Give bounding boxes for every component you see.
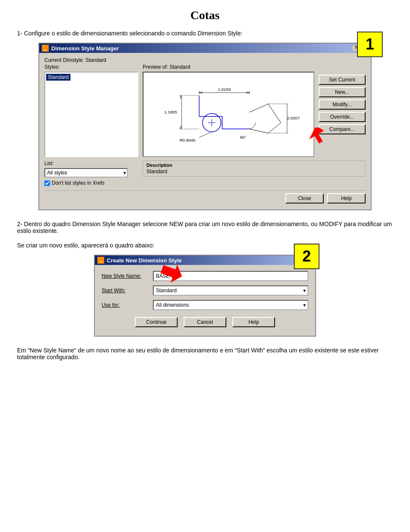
svg-marker-27 [305,128,325,145]
styles-label: Styles: [44,64,138,70]
svg-text:1.1955: 1.1955 [164,110,178,114]
styles-listbox-item[interactable]: Standard [46,74,70,81]
dialog1-main-row: Styles: Standard Preview of: Standard [44,64,366,157]
help-button[interactable]: Help [327,193,366,203]
badge-2: 2 [294,244,319,269]
preview-svg: 1.0159 [144,73,313,156]
create-new-dimension-style-dialog: 2 ⎯ Create New Dimension Style ? ✕ New S… [94,255,316,337]
start-with-wrapper: Standard ▼ [153,285,308,296]
new-style-name-row: New Style Name: [102,271,308,281]
svg-rect-0 [157,73,299,156]
titlebar-icon: ⎯ [42,45,49,52]
use-for-label: Use for: [102,302,153,308]
svg-text:1.0159: 1.0159 [218,87,231,92]
new-style-name-label: New Style Name: [102,273,153,279]
description-title: Description [146,163,362,168]
dialog2-footer: Continue Cancel Help [102,314,308,331]
list-section: List: All styles ▼ Don't list styles in … [44,160,138,186]
continue-button[interactable]: Continue [135,317,178,327]
dont-list-checkbox[interactable] [44,180,50,186]
modify-button[interactable]: Modify... [319,99,366,110]
use-for-wrapper: All dimensions ▼ [153,300,308,310]
page-title: Cotas [17,9,393,22]
current-dimstyle-label: Current Dimstyle: Standard [44,57,366,63]
preview-label: Preview of: Standard [143,64,314,70]
dont-list-row: Don't list styles in Xrefs [44,180,138,186]
footer-text: Em “New Style Name” de um novo nome ao s… [17,347,393,360]
titlebar-left: ⎯ Dimension Style Manager [42,45,119,52]
dialog2-help-button[interactable]: Help [232,317,275,327]
new-button[interactable]: New... [319,87,366,97]
list-select-wrapper: All styles ▼ [44,168,128,177]
close-button[interactable]: Close [285,193,324,203]
dialog1-footer: Close Help [44,190,366,203]
section2-text: 2- Dentro do quadro Dimension Style Mana… [17,221,393,234]
badge-1: 1 [357,32,383,57]
use-for-row: Use for: All dimensions ▼ [102,300,308,310]
start-with-label: Start With: [102,288,153,294]
dialog1-title: Dimension Style Manager [51,45,119,52]
svg-text:2.0207: 2.0207 [287,116,300,120]
red-arrow-1 [304,128,325,146]
section2b-text: Se criar um novo estilo, aparecerá o qua… [17,242,393,249]
intro-text: 1- Configure o estilo de dimensionamento… [17,30,393,37]
start-with-row: Start With: Standard ▼ [102,285,308,296]
description-value: Standard [146,169,362,174]
description-box: Description Standard [143,160,366,177]
preview-box: 1.0159 [143,72,314,157]
set-current-button[interactable]: Set Current [319,75,366,85]
dialog1-body: Current Dimstyle: Standard Styles: Stand… [39,53,371,209]
dialog2-titlebar: ⎯ Create New Dimension Style ? ✕ [95,256,315,265]
styles-panel: Styles: Standard [44,64,138,157]
list-label: List: [44,160,138,166]
dialog1-bottom-row: List: All styles ▼ Don't list styles in … [44,160,366,186]
use-for-select[interactable]: All dimensions [153,300,308,310]
dimension-style-manager-dialog: 1 ⎯ Dimension Style Manager ? ✕ Current … [38,43,372,210]
svg-text:R0.8045: R0.8045 [179,138,196,142]
dialog2-titlebar-icon: ⎯ [97,257,104,264]
start-with-select[interactable]: Standard [153,285,308,296]
cancel-button[interactable]: Cancel [184,317,226,327]
dialog2-body: New Style Name: Start With: Standard ▼ U… [95,265,315,336]
svg-text:60°: 60° [240,135,246,140]
compare-button[interactable]: Compare... [319,124,366,134]
preview-panel: Preview of: Standard 1.0159 [143,64,314,157]
dialog1-titlebar: ⎯ Dimension Style Manager ? ✕ [39,44,371,53]
dont-list-label: Don't list styles in Xrefs [52,180,105,186]
list-select[interactable]: All styles [44,168,128,177]
styles-listbox[interactable]: Standard [44,72,138,157]
override-button[interactable]: Override... [319,112,366,122]
right-buttons: Set Current New... Modify... Override...… [319,64,366,157]
